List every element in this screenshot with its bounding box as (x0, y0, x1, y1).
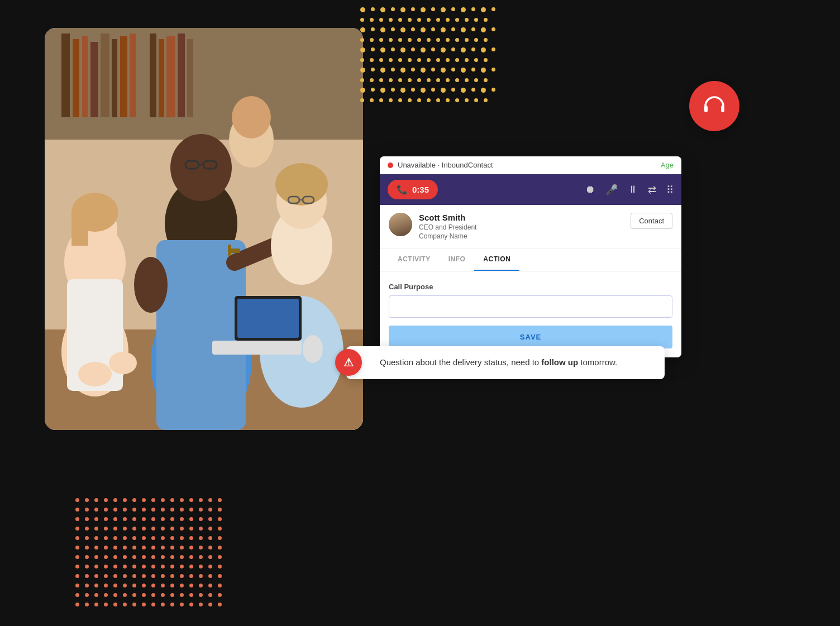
svg-rect-3 (73, 39, 79, 117)
status-bar: Unavailable · InboundContact Age (380, 156, 681, 174)
alert-text-part2: tomorrow. (578, 357, 617, 367)
svg-rect-11 (150, 34, 156, 117)
svg-rect-21 (71, 212, 88, 246)
team-photo-panel (45, 28, 363, 430)
crm-panel: Unavailable · InboundContact Age 📞 0:35 … (380, 156, 681, 357)
svg-rect-49 (704, 106, 708, 112)
svg-point-25 (170, 134, 232, 201)
contact-name: Scott Smith (419, 213, 624, 222)
keypad-icon[interactable]: ⠿ (666, 184, 674, 196)
agent-status: Age (661, 161, 674, 169)
svg-rect-14 (178, 34, 185, 117)
call-controls: ⏺ 🎤 ⏸ ⇄ ⠿ (585, 184, 674, 196)
svg-rect-50 (721, 106, 724, 112)
main-container: Unavailable · InboundContact Age 📞 0:35 … (0, 0, 840, 626)
svg-point-46 (78, 362, 112, 386)
svg-rect-42 (212, 341, 302, 355)
call-purpose-label: Call Purpose (389, 283, 672, 291)
call-timer: 0:35 (412, 185, 429, 194)
svg-rect-15 (187, 39, 193, 117)
svg-rect-9 (130, 34, 136, 117)
orange-dots-pattern (73, 495, 225, 609)
phone-icon: 📞 (397, 184, 408, 195)
alert-text-bold: follow up (541, 357, 578, 367)
headset-icon (701, 93, 728, 120)
save-button[interactable]: SAVE (389, 326, 672, 348)
status-text: Unavailable · InboundContact (398, 161, 656, 169)
mute-icon[interactable]: 🎤 (605, 184, 618, 196)
svg-rect-13 (166, 36, 175, 117)
contact-button[interactable]: Contact (631, 213, 672, 229)
tabs-bar: ACTIVITY INFO ACTION (380, 249, 681, 271)
transfer-icon[interactable]: ⇄ (648, 184, 656, 196)
svg-rect-5 (90, 42, 98, 117)
status-indicator (388, 163, 393, 168)
svg-point-39 (232, 96, 271, 138)
crm-action-content: Call Purpose SAVE (380, 271, 681, 357)
contact-company: Company Name (419, 232, 624, 240)
headset-icon-button[interactable] (689, 81, 739, 131)
svg-rect-10 (139, 42, 147, 117)
avatar (389, 213, 412, 236)
svg-rect-2 (61, 34, 70, 117)
call-bar: 📞 0:35 ⏺ 🎤 ⏸ ⇄ ⠿ (380, 174, 681, 205)
alert-text-part1: Question about the delivery status, need… (380, 357, 541, 367)
svg-rect-4 (82, 36, 88, 117)
hangup-button[interactable]: 📞 0:35 (388, 180, 438, 199)
call-purpose-input[interactable] (389, 295, 672, 318)
svg-point-44 (134, 257, 168, 313)
contact-info: Scott Smith CEO and President Company Na… (419, 213, 624, 240)
avatar-image (389, 213, 412, 236)
svg-rect-8 (120, 36, 127, 117)
warning-icon: ⚠ (343, 354, 354, 371)
tab-activity[interactable]: ACTIVITY (389, 249, 440, 271)
svg-point-45 (109, 352, 137, 374)
svg-rect-6 (101, 34, 109, 117)
contact-title: CEO and President (419, 223, 624, 231)
team-photo (45, 28, 363, 430)
svg-point-34 (275, 163, 328, 206)
svg-rect-48 (228, 245, 231, 256)
svg-rect-12 (159, 39, 164, 117)
record-icon[interactable]: ⏺ (585, 184, 595, 196)
alert-icon: ⚠ (335, 349, 362, 376)
svg-rect-7 (112, 39, 117, 117)
tab-action[interactable]: ACTION (474, 249, 519, 271)
tab-info[interactable]: INFO (440, 249, 475, 271)
alert-card: ⚠ Question about the delivery status, ne… (346, 346, 665, 379)
svg-point-43 (303, 335, 323, 363)
gold-dots-pattern (357, 4, 498, 105)
svg-rect-41 (237, 299, 299, 338)
contact-section: Scott Smith CEO and President Company Na… (380, 205, 681, 249)
hold-icon[interactable]: ⏸ (628, 184, 638, 196)
